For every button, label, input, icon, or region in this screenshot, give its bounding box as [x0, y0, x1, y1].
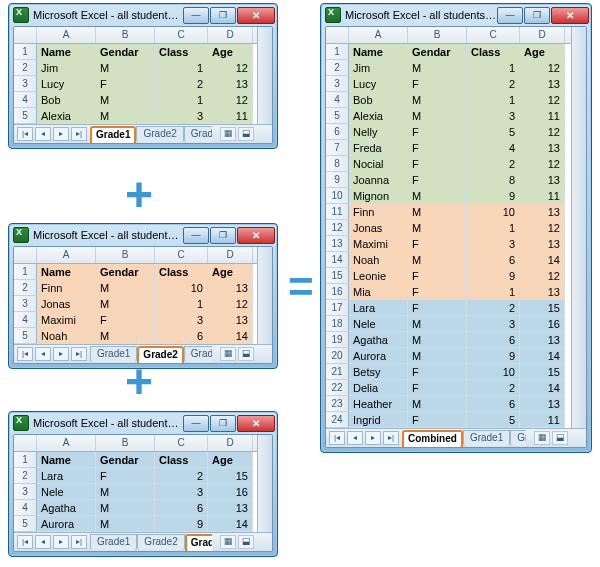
cell[interactable]: Betsy [349, 364, 408, 380]
cell[interactable]: Lara [37, 468, 96, 484]
normal-view-icon[interactable]: ▦ [220, 535, 236, 549]
close-button[interactable]: ✕ [237, 227, 275, 244]
col-header[interactable]: D [208, 27, 253, 43]
col-header[interactable]: C [155, 435, 208, 451]
title-bar[interactable]: Microsoft Excel - all students inf...—❐✕ [9, 4, 277, 26]
cell[interactable]: 3 [467, 236, 520, 252]
cell[interactable]: 14 [208, 328, 253, 344]
sheet-tab[interactable]: Combined [402, 430, 463, 449]
title-bar[interactable]: Microsoft Excel - all students inf...—❐✕ [9, 224, 277, 246]
cell[interactable]: M [96, 108, 155, 124]
view-controls[interactable]: ▦⬓ [534, 429, 568, 447]
cell[interactable]: 3 [467, 316, 520, 332]
cell[interactable]: M [408, 396, 467, 412]
cell[interactable]: 12 [520, 92, 565, 108]
cell[interactable]: 14 [520, 252, 565, 268]
cell[interactable]: M [408, 60, 467, 76]
cell[interactable]: 4 [467, 140, 520, 156]
row-header[interactable]: 17 [326, 300, 349, 316]
cell[interactable]: Class [467, 44, 520, 60]
row-header[interactable]: 3 [14, 296, 37, 312]
cell[interactable]: Jim [349, 60, 408, 76]
tab-nav[interactable]: |◂◂▸▸| [16, 127, 88, 141]
cell[interactable]: Aurora [37, 516, 96, 532]
col-header[interactable]: B [96, 247, 155, 263]
cell[interactable]: M [96, 328, 155, 344]
cell[interactable]: F [96, 312, 155, 328]
cell[interactable]: Mignon [349, 188, 408, 204]
close-button[interactable]: ✕ [237, 7, 275, 24]
maximize-button[interactable]: ❐ [210, 415, 236, 432]
cell[interactable]: Nocial [349, 156, 408, 172]
row-header[interactable]: 3 [326, 76, 349, 92]
sheet-tab[interactable]: Grade3 [185, 534, 212, 553]
cell[interactable]: 6 [467, 396, 520, 412]
sheet-tab[interactable]: Grade1 [90, 534, 137, 550]
row-header[interactable]: 8 [326, 156, 349, 172]
row-header[interactable]: 5 [326, 108, 349, 124]
cell[interactable]: 5 [467, 124, 520, 140]
row-header[interactable]: 2 [14, 60, 37, 76]
cell[interactable]: 14 [208, 516, 253, 532]
row-header[interactable]: 3 [14, 76, 37, 92]
cell[interactable]: F [408, 172, 467, 188]
cell[interactable]: Class [155, 44, 208, 60]
cell[interactable]: 2 [467, 380, 520, 396]
cell[interactable]: 13 [208, 312, 253, 328]
cell[interactable]: 13 [208, 500, 253, 516]
cell[interactable]: F [408, 124, 467, 140]
chart-wizard-icon[interactable]: ⬓ [238, 347, 254, 361]
cell[interactable]: Gendar [96, 452, 155, 468]
cell[interactable]: Delia [349, 380, 408, 396]
sheet-tab[interactable]: Grade3 [184, 346, 212, 362]
cell[interactable]: M [408, 204, 467, 220]
col-header[interactable]: C [155, 27, 208, 43]
cell[interactable]: Bob [37, 92, 96, 108]
cell[interactable]: Name [37, 452, 96, 468]
col-header[interactable]: A [37, 247, 96, 263]
cell[interactable]: Name [349, 44, 408, 60]
cell[interactable]: Heather [349, 396, 408, 412]
cell[interactable]: 12 [520, 156, 565, 172]
cell[interactable]: 2 [467, 300, 520, 316]
cell[interactable]: F [408, 284, 467, 300]
cell[interactable]: 13 [520, 332, 565, 348]
col-header[interactable]: B [96, 435, 155, 451]
cell[interactable]: Ingrid [349, 412, 408, 428]
cell[interactable]: 13 [520, 204, 565, 220]
col-header[interactable]: C [155, 247, 208, 263]
view-controls[interactable]: ▦⬓ [220, 345, 254, 363]
row-header[interactable]: 9 [326, 172, 349, 188]
cell[interactable]: 1 [155, 296, 208, 312]
row-header[interactable]: 14 [326, 252, 349, 268]
tab-nav[interactable]: |◂◂▸▸| [16, 535, 88, 549]
sheet-tab[interactable]: Grade2 [137, 534, 184, 550]
cell[interactable]: 15 [208, 468, 253, 484]
row-header[interactable]: 4 [326, 92, 349, 108]
cell[interactable]: Noah [349, 252, 408, 268]
col-header[interactable]: B [96, 27, 155, 43]
maximize-button[interactable]: ❐ [210, 7, 236, 24]
cell[interactable]: 2 [155, 76, 208, 92]
col-header[interactable]: C [467, 27, 520, 43]
cell[interactable]: 13 [208, 76, 253, 92]
cell[interactable]: Gendar [408, 44, 467, 60]
cell[interactable]: Nele [37, 484, 96, 500]
vertical-scrollbar[interactable] [257, 435, 272, 532]
vertical-scrollbar[interactable] [257, 27, 272, 124]
view-controls[interactable]: ▦⬓ [220, 125, 254, 143]
cell[interactable]: Finn [349, 204, 408, 220]
cell[interactable]: 11 [520, 188, 565, 204]
row-header[interactable]: 6 [326, 124, 349, 140]
minimize-button[interactable]: — [183, 227, 209, 244]
chart-wizard-icon[interactable]: ⬓ [552, 431, 568, 445]
cell[interactable]: Aurora [349, 348, 408, 364]
select-all-corner[interactable] [14, 27, 37, 43]
cell[interactable]: Joanna [349, 172, 408, 188]
cell[interactable]: 3 [155, 108, 208, 124]
row-header[interactable]: 1 [14, 452, 37, 468]
cell[interactable]: 6 [155, 500, 208, 516]
cell[interactable]: 12 [520, 60, 565, 76]
cell[interactable]: 16 [520, 316, 565, 332]
cell[interactable]: 3 [155, 312, 208, 328]
